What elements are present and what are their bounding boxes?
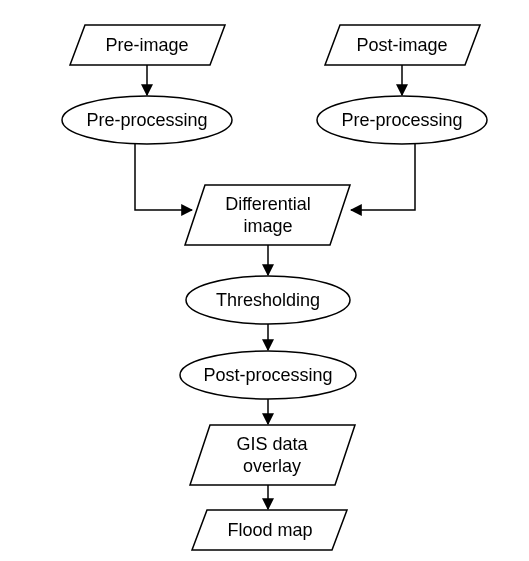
node-differential-image: Differential image: [185, 185, 350, 245]
label-pre-image: Pre-image: [105, 35, 188, 55]
node-thresholding: Thresholding: [186, 276, 350, 324]
label-pre-processing-right: Pre-processing: [341, 110, 462, 130]
node-flood-map: Flood map: [192, 510, 347, 550]
label-pre-processing-left: Pre-processing: [86, 110, 207, 130]
node-post-image: Post-image: [325, 25, 480, 65]
label-diff-1: Differential: [225, 194, 311, 214]
node-pre-image: Pre-image: [70, 25, 225, 65]
label-gis-2: overlay: [243, 456, 301, 476]
label-post-image: Post-image: [356, 35, 447, 55]
flowchart: Pre-image Post-image Pre-processing Pre-…: [0, 0, 529, 561]
node-pre-processing-right: Pre-processing: [317, 96, 487, 144]
label-diff-2: image: [243, 216, 292, 236]
edge-preproc-l-to-diff: [135, 144, 192, 210]
node-pre-processing-left: Pre-processing: [62, 96, 232, 144]
label-thresholding: Thresholding: [216, 290, 320, 310]
label-gis-1: GIS data: [236, 434, 308, 454]
label-post-processing: Post-processing: [203, 365, 332, 385]
node-post-processing: Post-processing: [180, 351, 356, 399]
label-flood-map: Flood map: [227, 520, 312, 540]
node-gis-overlay: GIS data overlay: [190, 425, 355, 485]
edge-preproc-r-to-diff: [351, 144, 415, 210]
